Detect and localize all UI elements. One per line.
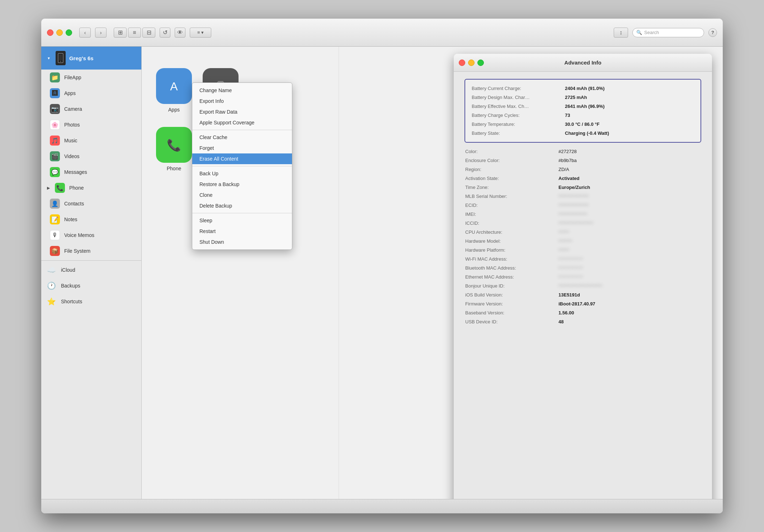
forward-button[interactable]: › xyxy=(95,28,107,38)
info-label-0: Color: xyxy=(465,149,558,154)
info-row-4: Time Zone:Europe/Zurich xyxy=(464,183,701,192)
info-value-15: ••••••••••••••••••••••••••••• xyxy=(558,283,602,289)
menu-item-delete-backup[interactable]: Delete Backup xyxy=(192,200,292,211)
menu-item-restart[interactable]: Restart xyxy=(192,226,292,237)
minimize-button[interactable] xyxy=(56,29,63,36)
battery-current-charge-label: Battery Current Charge: xyxy=(472,86,565,91)
list-view-button[interactable]: ≡ xyxy=(128,28,141,38)
menu-item-shut-down[interactable]: Shut Down xyxy=(192,237,292,247)
info-label-14: Ethernet MAC Address: xyxy=(465,274,558,280)
view-buttons: ⊞ ≡ ⊟ xyxy=(114,28,155,38)
app-grid-apps-icon: A xyxy=(156,68,192,104)
info-row-19: USB Device ID:48 xyxy=(464,317,701,326)
battery-current-charge-value: 2404 mAh (91.0%) xyxy=(565,86,605,91)
sidebar-divider xyxy=(41,260,141,261)
advanced-maximize-button[interactable] xyxy=(477,60,484,66)
close-button[interactable] xyxy=(47,29,53,36)
sidebar-item-label-fileapp: FileApp xyxy=(64,75,81,80)
menu-item-export-raw-data[interactable]: Export Raw Data xyxy=(192,106,292,117)
info-row-15: Bonjour Unique ID:••••••••••••••••••••••… xyxy=(464,281,701,290)
maximize-button[interactable] xyxy=(66,29,72,36)
sidebar-item-file-system[interactable]: 📦 File System xyxy=(41,243,141,259)
advanced-close-button[interactable] xyxy=(459,60,465,66)
app-grid-phone-label: Phone xyxy=(167,166,181,171)
sidebar-item-label-contacts: Contacts xyxy=(64,201,84,206)
info-value-4: Europe/Zurich xyxy=(558,185,590,190)
info-label-6: ECID: xyxy=(465,203,558,208)
app-grid-phone[interactable]: 📞 Phone xyxy=(156,127,192,171)
columns-view-button[interactable]: ⊟ xyxy=(142,28,155,38)
refresh-button[interactable]: ↺ xyxy=(160,28,170,38)
sidebar-item-messages[interactable]: 💬 Messages xyxy=(41,164,141,180)
menu-item-apple-support[interactable]: Apple Support Coverage xyxy=(192,117,292,128)
menu-item-forget[interactable]: Forget xyxy=(192,143,292,153)
device-header[interactable]: ▼ Greg's 6s xyxy=(41,47,141,70)
sidebar-item-music[interactable]: 🎵 Music xyxy=(41,133,141,148)
music-icon: 🎵 xyxy=(50,136,60,146)
sidebar-item-fileapp[interactable]: 📁 FileApp xyxy=(41,70,141,85)
sidebar-item-contacts[interactable]: 👤 Contacts xyxy=(41,196,141,212)
search-box[interactable]: 🔍 Search xyxy=(632,28,704,37)
sidebar-item-photos[interactable]: 🌸 Photos xyxy=(41,117,141,133)
file-system-icon: 📦 xyxy=(50,246,60,256)
app-grid-phone-icon: 📞 xyxy=(156,127,192,163)
info-row-14: Ethernet MAC Address:••:••:••:••:••:•• xyxy=(464,272,701,281)
apps-icon: 🅰 xyxy=(50,88,60,98)
help-button[interactable]: ? xyxy=(708,28,717,37)
sidebar-item-videos[interactable]: 🎬 Videos xyxy=(41,148,141,164)
battery-design-max-value: 2725 mAh xyxy=(565,95,587,100)
info-value-10: ••••••••• xyxy=(558,238,572,244)
info-label-17: Firmware Version: xyxy=(465,301,558,307)
battery-current-charge-row: Battery Current Charge: 2404 mAh (91.0%) xyxy=(471,84,695,93)
info-value-8: ••••••••••••••••••••••• xyxy=(558,220,593,226)
menu-item-sleep[interactable]: Sleep xyxy=(192,215,292,226)
search-label: Search xyxy=(644,30,659,35)
info-label-13: Bluetooth MAC Address: xyxy=(465,265,558,271)
sidebar-item-backups[interactable]: 🕐 Backups xyxy=(41,278,141,294)
battery-state-label: Battery State: xyxy=(472,130,565,136)
sidebar-item-voice-memos[interactable]: 🎙 Voice Memos xyxy=(41,227,141,243)
sidebar-item-shortcuts[interactable]: ⭐ Shortcuts xyxy=(41,294,141,309)
info-value-2: ZD/A xyxy=(558,167,569,172)
sidebar-item-label-messages: Messages xyxy=(64,169,87,175)
sidebar-item-phone[interactable]: ▶ 📞 Phone xyxy=(41,180,141,196)
sidebar-item-label-camera: Camera xyxy=(64,106,82,112)
preview-button[interactable]: 👁 xyxy=(175,28,185,38)
back-button[interactable]: ‹ xyxy=(79,28,91,38)
sidebar-item-label-music: Music xyxy=(64,138,77,143)
menu-item-clone[interactable]: Clone xyxy=(192,190,292,200)
sort-button[interactable]: ↕ xyxy=(614,28,628,38)
action-button[interactable]: ≡ ▾ xyxy=(190,28,211,38)
info-row-18: Baseband Version:1.56.00 xyxy=(464,308,701,317)
info-value-5: •••••••••••••••••••• xyxy=(558,194,589,199)
info-label-18: Baseband Version: xyxy=(465,310,558,315)
sidebar-item-apps[interactable]: 🅰 Apps xyxy=(41,85,141,101)
battery-charge-cycles-label: Battery Charge Cycles: xyxy=(472,113,565,118)
menu-divider-3 xyxy=(192,213,292,213)
phone-expand-arrow: ▶ xyxy=(47,186,50,190)
menu-item-clear-cache[interactable]: Clear Cache xyxy=(192,132,292,143)
sidebar-item-label-backups: Backups xyxy=(61,283,80,289)
menu-item-back-up[interactable]: Back Up xyxy=(192,168,292,179)
advanced-minimize-button[interactable] xyxy=(468,60,475,66)
menu-item-erase-all[interactable]: Erase All Content xyxy=(192,153,292,164)
device-name: Greg's 6s xyxy=(69,55,94,61)
sidebar-item-notes[interactable]: 📝 Notes xyxy=(41,212,141,227)
info-label-19: USB Device ID: xyxy=(465,319,558,324)
main-panel: A Apps Camera 📞 xyxy=(142,47,723,499)
info-value-17: iBoot-2817.40.97 xyxy=(558,301,595,307)
menu-item-restore-backup[interactable]: Restore a Backup xyxy=(192,179,292,190)
menu-item-change-name[interactable]: Change Name xyxy=(192,85,292,96)
info-label-10: Hardware Model: xyxy=(465,238,558,244)
battery-temperature-label: Battery Temperature: xyxy=(472,122,565,127)
sidebar-item-camera[interactable]: 📷 Camera xyxy=(41,101,141,117)
battery-effective-max-value: 2641 mAh (96.9%) xyxy=(565,104,605,109)
battery-charge-cycles-row: Battery Charge Cycles: 73 xyxy=(471,111,695,120)
grid-view-button[interactable]: ⊞ xyxy=(114,28,127,38)
info-label-2: Region: xyxy=(465,167,558,172)
sidebar-item-icloud[interactable]: ☁️ iCloud xyxy=(41,262,141,278)
app-grid-apps[interactable]: A Apps xyxy=(156,68,192,113)
info-label-3: Activation State: xyxy=(465,176,558,181)
info-label-8: ICCID: xyxy=(465,220,558,226)
menu-item-export-info[interactable]: Export Info xyxy=(192,96,292,106)
